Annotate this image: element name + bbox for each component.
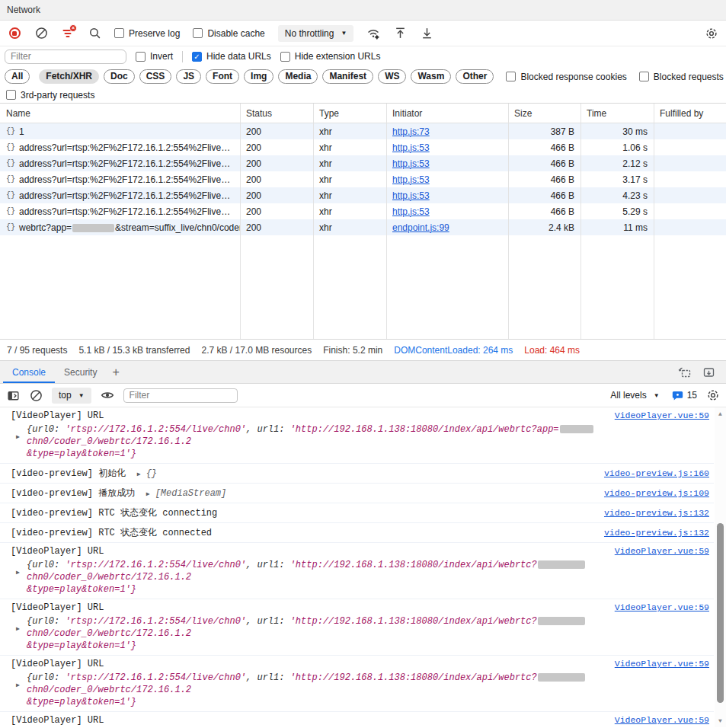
- console-message[interactable]: [video-preview] RTC 状态变化 connecting vide…: [0, 503, 714, 523]
- request-name[interactable]: address?url=rtsp:%2F%2F172.16.1.2:554%2F…: [19, 174, 234, 185]
- preserve-log-checkbox-box[interactable]: [114, 28, 124, 38]
- console-message-group[interactable]: [VideoPlayer] URL VideoPlayer.vue:59 ▶ {…: [0, 656, 714, 712]
- hide-extension-urls-checkbox[interactable]: Hide extension URLs: [280, 51, 381, 62]
- invert-checkbox[interactable]: Invert: [136, 51, 173, 62]
- column-header-name[interactable]: Name: [0, 108, 240, 119]
- expand-drawer-icon[interactable]: [702, 366, 715, 379]
- chip-css[interactable]: CSS: [139, 69, 172, 84]
- table-row[interactable]: {} webrtc?app=&stream=suffix_live/chn0/c…: [0, 219, 726, 235]
- initiator-link[interactable]: http.js:53: [392, 206, 430, 217]
- third-party-checkbox[interactable]: 3rd-party requests: [6, 90, 94, 101]
- source-link[interactable]: VideoPlayer.vue:59: [615, 546, 709, 556]
- blocked-requests-checkbox-box[interactable]: [639, 72, 649, 81]
- disable-cache-checkbox-box[interactable]: [193, 28, 203, 38]
- request-name[interactable]: address?url=rtsp:%2F%2F172.16.1.2:554%2F…: [19, 142, 234, 153]
- chip-fetch-xhr[interactable]: Fetch/XHR: [39, 69, 99, 84]
- source-link[interactable]: video-preview.js:109: [604, 488, 709, 498]
- initiator-link[interactable]: http.js:53: [392, 142, 430, 153]
- search-icon[interactable]: [88, 27, 101, 40]
- request-name[interactable]: address?url=rtsp:%2F%2F172.16.1.2:554%2F…: [19, 158, 234, 169]
- console-message-group[interactable]: [VideoPlayer] URL VideoPlayer.vue:59 ▶ {…: [0, 407, 714, 464]
- disable-cache-checkbox[interactable]: Disable cache: [193, 28, 264, 39]
- initiator-link[interactable]: http.js:53: [392, 190, 430, 201]
- source-link[interactable]: video-preview.js:132: [604, 528, 709, 538]
- column-header-size[interactable]: Size: [508, 108, 580, 119]
- column-header-type[interactable]: Type: [313, 108, 386, 119]
- object-preview[interactable]: ▶ {url0: 'rtsp://172.16.1.2:554/live/chn…: [11, 672, 709, 708]
- blocked-cookies-checkbox-box[interactable]: [506, 72, 516, 81]
- chip-js[interactable]: JS: [176, 69, 201, 84]
- hide-data-urls-checkbox-box[interactable]: ✓: [192, 52, 202, 62]
- request-name[interactable]: 1: [19, 126, 24, 137]
- scroll-down-icon[interactable]: ▼: [715, 717, 726, 724]
- request-name[interactable]: address?url=rtsp:%2F%2F172.16.1.2:554%2F…: [19, 206, 234, 217]
- initiator-link[interactable]: http.js:53: [392, 174, 430, 185]
- network-filter-input[interactable]: [5, 49, 126, 64]
- blocked-cookies-checkbox[interactable]: Blocked response cookies: [506, 72, 626, 82]
- log-levels-dropdown[interactable]: All levels ▼: [607, 387, 662, 404]
- move-drawer-icon[interactable]: [677, 366, 691, 379]
- expand-triangle-icon[interactable]: ▶: [16, 567, 20, 579]
- table-row[interactable]: {}address?url=rtsp:%2F%2F172.16.1.2:554%…: [0, 155, 726, 171]
- console-message-group[interactable]: [VideoPlayer] URL VideoPlayer.vue:59 ▶ {…: [0, 599, 714, 656]
- invert-checkbox-box[interactable]: [136, 52, 146, 62]
- console-sidebar-toggle-icon[interactable]: [6, 388, 20, 402]
- tab-console[interactable]: Console: [3, 361, 55, 383]
- chip-doc[interactable]: Doc: [104, 69, 135, 84]
- console-scrollbar[interactable]: ▲ ▼: [715, 407, 726, 727]
- object-preview[interactable]: ▶ {url0: 'rtsp://172.16.1.2:554/live/chn…: [11, 559, 709, 595]
- add-drawer-tab-button[interactable]: +: [106, 366, 125, 379]
- message-count-indicator[interactable]: 15: [672, 390, 697, 401]
- network-conditions-icon[interactable]: [366, 27, 380, 40]
- network-settings-gear-icon[interactable]: [705, 27, 718, 40]
- expand-triangle-icon[interactable]: ▶: [146, 490, 150, 497]
- clear-network-log-icon[interactable]: [34, 27, 48, 40]
- chip-other[interactable]: Other: [456, 69, 494, 84]
- chip-ws[interactable]: WS: [378, 69, 406, 84]
- hide-data-urls-checkbox[interactable]: ✓ Hide data URLs: [192, 51, 271, 62]
- console-message[interactable]: [video-preview] 初始化 ▶ {} video-preview.j…: [0, 464, 714, 484]
- console-message[interactable]: [video-preview] 播放成功 ▶ [MediaStream] vid…: [0, 484, 714, 503]
- import-har-icon[interactable]: [393, 27, 407, 40]
- scrollbar-thumb[interactable]: [717, 523, 724, 703]
- chip-manifest[interactable]: Manifest: [322, 69, 373, 84]
- blocked-requests-checkbox[interactable]: Blocked requests: [639, 72, 724, 82]
- chip-all[interactable]: All: [5, 69, 30, 84]
- column-header-fulfilled[interactable]: Fulfilled by: [654, 108, 726, 119]
- throttling-dropdown[interactable]: No throttling ▼: [278, 25, 354, 42]
- table-row[interactable]: {}address?url=rtsp:%2F%2F172.16.1.2:554%…: [0, 187, 726, 203]
- console-settings-gear-icon[interactable]: [706, 388, 720, 402]
- live-expression-eye-icon[interactable]: [101, 388, 114, 402]
- console-message[interactable]: [video-preview] RTC 状态变化 connected video…: [0, 523, 714, 543]
- chip-img[interactable]: Img: [244, 69, 273, 84]
- export-har-icon[interactable]: [420, 27, 433, 40]
- table-row[interactable]: {}address?url=rtsp:%2F%2F172.16.1.2:554%…: [0, 139, 726, 155]
- chip-font[interactable]: Font: [206, 69, 239, 84]
- column-header-time[interactable]: Time: [580, 108, 654, 119]
- request-name[interactable]: webrtc?app=&stream=suffix_live/chn0/code…: [19, 222, 240, 233]
- source-link[interactable]: VideoPlayer.vue:59: [615, 602, 709, 612]
- chip-wasm[interactable]: Wasm: [411, 69, 451, 84]
- object-preview[interactable]: ▶ {url0: 'rtsp://172.16.1.2:554/live/chn…: [11, 423, 709, 460]
- console-message-group[interactable]: [VideoPlayer] URL VideoPlayer.vue:59 ▶ {…: [0, 712, 714, 727]
- console-filter-input[interactable]: [123, 388, 238, 403]
- console-context-dropdown[interactable]: top ▼: [52, 388, 91, 404]
- column-header-status[interactable]: Status: [240, 108, 313, 119]
- preserve-log-checkbox[interactable]: Preserve log: [114, 28, 180, 39]
- clear-console-icon[interactable]: [29, 388, 43, 402]
- console-message-group[interactable]: [VideoPlayer] URL VideoPlayer.vue:59 ▶ {…: [0, 543, 714, 599]
- expand-triangle-icon[interactable]: ▶: [16, 431, 20, 443]
- third-party-checkbox-box[interactable]: [6, 90, 16, 100]
- hide-extension-urls-checkbox-box[interactable]: [280, 52, 290, 62]
- tab-security[interactable]: Security: [55, 361, 106, 383]
- filter-icon[interactable]: ×: [61, 27, 75, 40]
- request-name[interactable]: address?url=rtsp:%2F%2F172.16.1.2:554%2F…: [19, 190, 234, 201]
- scroll-up-icon[interactable]: ▲: [715, 410, 726, 417]
- expand-triangle-icon[interactable]: ▶: [16, 679, 20, 691]
- table-row[interactable]: {}address?url=rtsp:%2F%2F172.16.1.2:554%…: [0, 203, 726, 219]
- record-network-log-icon[interactable]: [8, 27, 21, 40]
- source-link[interactable]: video-preview.js:132: [604, 508, 709, 518]
- source-link[interactable]: VideoPlayer.vue:59: [615, 410, 709, 420]
- initiator-link[interactable]: endpoint.js:99: [392, 222, 449, 233]
- initiator-link[interactable]: http.js:53: [392, 158, 430, 169]
